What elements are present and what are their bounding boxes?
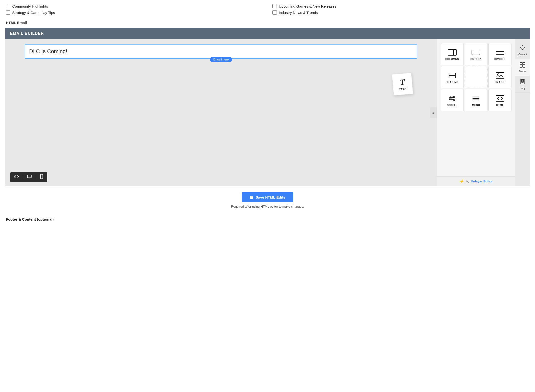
- canvas-bottom-toolbar: [10, 172, 47, 182]
- checkbox-upcoming-games-label: Upcoming Games & New Releases: [279, 4, 336, 8]
- menu-label: MENU: [472, 104, 480, 107]
- svg-point-0: [14, 175, 19, 178]
- checkbox-strategy-tips-input[interactable]: [6, 10, 10, 15]
- heading-label: HEADING: [446, 81, 459, 83]
- save-section: Save HTML Edits Required after using HTM…: [0, 186, 535, 214]
- email-heading: DLC Is Coming!: [29, 48, 67, 55]
- checkbox-industry-news-label: Industry News & Trends: [279, 11, 318, 15]
- svg-marker-32: [520, 46, 525, 50]
- tool-image[interactable]: IMAGE: [488, 66, 511, 88]
- checkbox-community-highlights-label: Community Highlights: [12, 4, 48, 8]
- html-label: HTML: [496, 104, 504, 107]
- divider-label: DIVIDER: [494, 58, 506, 60]
- tool-empty-slot: [465, 66, 488, 88]
- right-section: COLUMNS BUTTON: [437, 39, 530, 186]
- svg-rect-10: [472, 50, 480, 55]
- social-label: SOCIAL: [447, 104, 458, 107]
- svg-rect-41: [523, 82, 524, 83]
- tab-content[interactable]: Content: [515, 42, 530, 59]
- columns-label: COLUMNS: [445, 58, 459, 60]
- right-panel: COLUMNS BUTTON: [437, 39, 515, 186]
- canvas-inner: DLC Is Coming! Drag it here T TEXT: [10, 44, 432, 181]
- unlayer-link[interactable]: Unlayer Editor: [471, 179, 493, 183]
- svg-rect-40: [521, 82, 522, 83]
- image-icon: [496, 72, 504, 79]
- tab-content-label: Content: [518, 53, 527, 56]
- svg-rect-34: [523, 62, 525, 65]
- svg-rect-39: [523, 81, 524, 82]
- canvas-drop-zone[interactable]: [10, 59, 432, 144]
- tool-html[interactable]: HTML: [488, 89, 511, 111]
- expand-panel-button[interactable]: »: [430, 107, 437, 118]
- svg-rect-7: [448, 49, 456, 55]
- svg-point-18: [498, 74, 499, 75]
- blocks-tab-icon: [520, 62, 525, 69]
- social-icon: [448, 95, 457, 102]
- drag-it-here-badge: Drag it here: [210, 57, 232, 62]
- tab-blocks[interactable]: Blocks: [515, 59, 530, 76]
- svg-rect-2: [27, 175, 31, 178]
- tool-social[interactable]: SOCIAL: [441, 89, 464, 111]
- tool-button[interactable]: BUTTON: [465, 43, 488, 65]
- checkbox-strategy-tips-label: Strategy & Gameplay Tips: [12, 11, 55, 15]
- email-builder-header: EMAIL BUILDER: [5, 28, 530, 39]
- email-builder-container: EMAIL BUILDER DLC Is Coming! Drag it her…: [5, 28, 530, 186]
- powered-by: ⚡ by Unlayer Editor: [439, 179, 513, 184]
- svg-rect-17: [496, 72, 504, 78]
- save-icon: [250, 195, 254, 199]
- view-toolbar: [10, 172, 47, 182]
- svg-rect-36: [523, 65, 525, 67]
- divider-icon: [496, 49, 504, 56]
- svg-rect-38: [521, 81, 522, 82]
- email-builder-body: DLC Is Coming! Drag it here T TEXT »: [5, 39, 530, 186]
- content-tab-icon: [520, 45, 525, 52]
- tab-body-label: Body: [520, 87, 525, 90]
- checkbox-community-highlights-input[interactable]: [6, 4, 10, 8]
- menu-icon: [472, 95, 480, 102]
- email-content-block[interactable]: DLC Is Coming! Drag it here: [25, 44, 417, 59]
- save-note: Required after using HTML editor to make…: [6, 205, 529, 208]
- mobile-view-button[interactable]: [38, 174, 45, 181]
- checkbox-strategy-tips[interactable]: Strategy & Gameplay Tips: [6, 10, 263, 15]
- right-panel-footer: ⚡ by Unlayer Editor: [437, 176, 515, 186]
- tool-menu[interactable]: MENU: [465, 89, 488, 111]
- empty-slot-icon: [472, 74, 480, 81]
- bolt-icon: ⚡: [460, 179, 464, 184]
- tool-heading[interactable]: HEADING: [441, 66, 464, 88]
- checkbox-upcoming-games[interactable]: Upcoming Games & New Releases: [272, 4, 529, 8]
- heading-icon: [448, 72, 457, 79]
- tab-body[interactable]: Body: [515, 76, 530, 93]
- tools-grid: COLUMNS BUTTON: [441, 43, 511, 111]
- html-email-label: HTML Email: [0, 21, 535, 28]
- right-sidebar-tabs: Content Blocks: [515, 39, 530, 186]
- save-button-label: Save HTML Edits: [255, 195, 285, 199]
- checkbox-community-highlights[interactable]: Community Highlights: [6, 4, 263, 8]
- footer-note: Footer & Content (optional): [0, 214, 535, 224]
- desktop-icon: [27, 175, 32, 180]
- tab-blocks-label: Blocks: [519, 70, 526, 73]
- tool-divider[interactable]: DIVIDER: [488, 43, 511, 65]
- svg-rect-35: [520, 65, 522, 67]
- body-tab-icon: [520, 79, 525, 86]
- top-checkboxes-section: Community Highlights Upcoming Games & Ne…: [0, 0, 535, 21]
- by-text: by: [466, 179, 469, 183]
- checkbox-upcoming-games-input[interactable]: [272, 4, 277, 8]
- checkbox-industry-news[interactable]: Industry News & Trends: [272, 10, 529, 15]
- canvas-area: DLC Is Coming! Drag it here T TEXT »: [5, 39, 437, 186]
- button-label: BUTTON: [470, 58, 482, 60]
- button-icon: [472, 49, 480, 56]
- chevrons-right-icon: »: [432, 111, 434, 115]
- desktop-view-button[interactable]: [25, 174, 33, 180]
- floating-card-label: TEXT: [399, 87, 407, 91]
- toolbar-divider: [23, 175, 23, 180]
- preview-button[interactable]: [12, 174, 20, 180]
- text-type-icon: T: [400, 77, 405, 87]
- checkbox-industry-news-input[interactable]: [272, 10, 277, 15]
- save-html-edits-button[interactable]: Save HTML Edits: [242, 192, 293, 202]
- floating-text-card[interactable]: T TEXT: [392, 73, 413, 96]
- checkbox-grid: Community Highlights Upcoming Games & Ne…: [6, 4, 529, 15]
- svg-point-20: [453, 96, 455, 98]
- eye-icon: [14, 175, 19, 180]
- svg-point-1: [16, 176, 17, 177]
- tool-columns[interactable]: COLUMNS: [441, 43, 464, 65]
